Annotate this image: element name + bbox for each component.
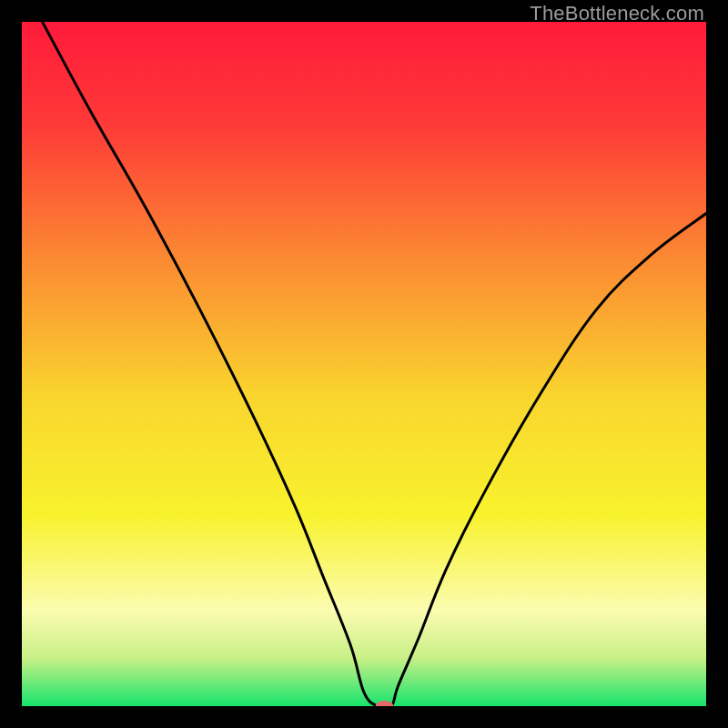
watermark-text: TheBottleneck.com [530, 2, 704, 25]
gradient-background [22, 22, 706, 706]
chart-frame [22, 22, 706, 706]
chart-svg [22, 22, 706, 706]
